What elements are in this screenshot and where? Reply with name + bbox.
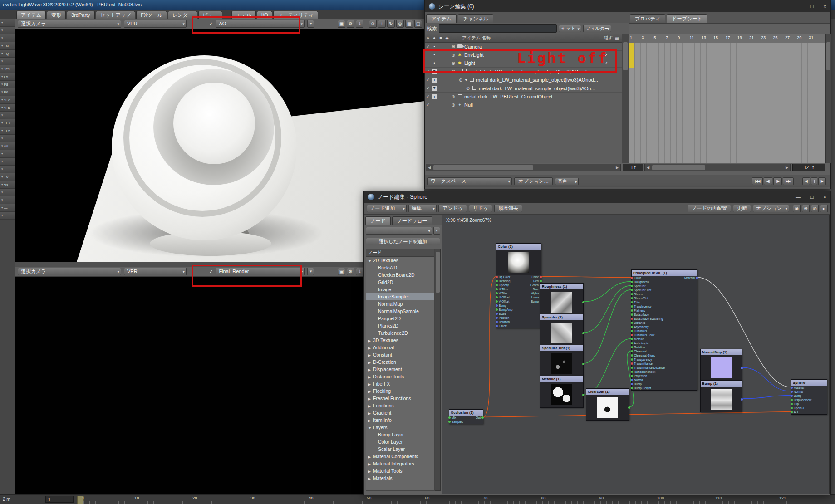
tree-group-2d-textures[interactable]: ▼2D Textures bbox=[366, 257, 434, 264]
expand-channels-icon[interactable]: ⊕ bbox=[450, 103, 457, 108]
left-toolbar-button[interactable]: ▾ bbox=[0, 27, 15, 34]
tree-item-imagesampler[interactable]: ImageSampler bbox=[366, 293, 434, 300]
tree-group-distance-tools[interactable]: ▶Distance Tools bbox=[366, 373, 434, 380]
item-list-vscrollbar[interactable] bbox=[622, 34, 629, 163]
node-title[interactable]: Specular (1) bbox=[540, 314, 583, 320]
maximize-icon[interactable]: ◱ bbox=[414, 20, 422, 28]
input-port[interactable]: Opacity bbox=[497, 283, 509, 287]
maximize-button[interactable]: □ bbox=[810, 4, 814, 9]
tree-group-fresnel-functions[interactable]: ▶Fresnel Functions bbox=[366, 395, 434, 402]
menu-tab-I/O[interactable]: I/O bbox=[257, 11, 273, 19]
input-port[interactable]: Clearcoat bbox=[633, 349, 647, 353]
visibility-cell[interactable]: • bbox=[431, 44, 437, 49]
output-port-dot[interactable] bbox=[582, 301, 584, 303]
node-wire[interactable] bbox=[584, 282, 631, 302]
start-frame-field[interactable]: 1 f bbox=[623, 164, 643, 171]
graph-node-metallic[interactable]: Metallic (1) bbox=[540, 376, 584, 408]
left-toolbar-button[interactable]: ▾ bbox=[0, 150, 15, 158]
input-port[interactable]: Clip bbox=[792, 402, 799, 406]
scene-item-row[interactable]: ✓T⊕metal dark_LW_PBRtest_GroundObject bbox=[425, 93, 622, 101]
left-toolbar-button[interactable]: ▾ bbox=[0, 58, 15, 65]
tree-item-planks2d[interactable]: Planks2D bbox=[366, 322, 434, 329]
node-title[interactable]: NormalMap (1) bbox=[701, 349, 742, 355]
input-port[interactable]: Metallic bbox=[633, 337, 644, 341]
visibility-cell[interactable]: T bbox=[431, 94, 437, 99]
current-frame-field[interactable]: 1 bbox=[45, 496, 74, 503]
left-toolbar-button[interactable]: ▾*N bbox=[0, 181, 15, 189]
undo-button[interactable]: アンドゥ bbox=[438, 205, 467, 212]
lock-column-header[interactable]: ■ bbox=[437, 36, 444, 40]
scrollbar-thumb[interactable] bbox=[652, 165, 705, 170]
end-frame-field[interactable]: 121 f bbox=[792, 164, 825, 171]
input-port[interactable]: Bump bbox=[497, 303, 506, 308]
transport-button[interactable]: ||▶ bbox=[773, 177, 782, 185]
dopesheet-hscrollbar[interactable]: ◀ ▶ bbox=[644, 164, 791, 171]
output-port[interactable]: Out bbox=[476, 416, 482, 420]
expand-icon[interactable]: ▸ bbox=[820, 205, 828, 212]
expand-channels-icon[interactable]: ⊕ bbox=[465, 86, 471, 91]
output-port[interactable]: Bump bbox=[531, 299, 540, 303]
graph-node-bsdf[interactable]: Principled BSDF (1)ColorMaterialRoughnes… bbox=[631, 269, 697, 391]
node-wire[interactable] bbox=[584, 339, 631, 395]
node-title[interactable]: Color (1) bbox=[496, 244, 541, 250]
snapshot-icon[interactable]: ▣ bbox=[338, 268, 345, 275]
expand-channels-icon[interactable]: ⊕ bbox=[450, 61, 457, 66]
tree-group-constant[interactable]: ▶Constant bbox=[366, 351, 434, 358]
input-port[interactable]: Roughness bbox=[633, 280, 649, 284]
preset-menu-button-bottom[interactable]: ▾ bbox=[307, 268, 314, 275]
node-title[interactable]: Metallic (1) bbox=[540, 376, 583, 382]
expand-tree-icon[interactable]: ▼ bbox=[457, 70, 461, 73]
clear-history-button[interactable]: 履歴消去 bbox=[494, 205, 522, 212]
export-icon[interactable]: ⇓ bbox=[356, 268, 363, 275]
graph-node-normalmap[interactable]: NormalMap (1) bbox=[700, 349, 742, 381]
export-icon[interactable]: ⇓ bbox=[356, 20, 363, 28]
minimize-button[interactable]: — bbox=[796, 4, 801, 9]
left-toolbar-button[interactable]: ▾ bbox=[0, 19, 15, 27]
tree-group-item-info[interactable]: ▶Item Info bbox=[366, 416, 434, 424]
graph-node-roughness[interactable]: Roughness (1) bbox=[540, 283, 584, 315]
preset-checkbox-top[interactable]: ✓ bbox=[209, 21, 213, 26]
redo-button[interactable]: リドゥ bbox=[469, 205, 492, 212]
pan-icon[interactable]: + bbox=[378, 20, 386, 28]
scrollbar-thumb[interactable] bbox=[826, 42, 830, 70]
options-select[interactable]: オプション bbox=[753, 205, 789, 212]
tree-group-displacement[interactable]: ▶Displacement bbox=[366, 366, 434, 373]
node-wire[interactable] bbox=[483, 277, 496, 417]
input-port[interactable]: Distance bbox=[633, 321, 645, 325]
left-toolbar-button[interactable]: ▾ bbox=[0, 34, 15, 42]
update-button[interactable]: 更新 bbox=[733, 205, 751, 212]
zoom-icon[interactable]: ◎ bbox=[396, 20, 404, 28]
tab-アイテム[interactable]: アイテム bbox=[426, 14, 457, 23]
input-port[interactable]: Bump bbox=[633, 382, 642, 386]
workspace-select[interactable]: ワークスペース bbox=[427, 177, 512, 185]
add-selected-node-button[interactable]: 選択したノードを追加 bbox=[366, 238, 440, 245]
tree-item-bricks2d[interactable]: Bricks2D bbox=[366, 264, 434, 271]
node-title[interactable]: Clearcoat (1) bbox=[586, 389, 629, 395]
output-port[interactable]: Blue bbox=[533, 287, 540, 291]
tree-group-additional[interactable]: ▶Additional bbox=[366, 344, 434, 351]
left-toolbar-button[interactable]: ▾ bbox=[0, 135, 15, 142]
reset-view-icon[interactable]: ⊘ bbox=[369, 20, 377, 28]
expand-channels-icon[interactable]: ⊕ bbox=[450, 94, 457, 99]
output-port[interactable]: Alpha bbox=[531, 291, 540, 295]
tree-item-normalmapsample[interactable]: NormalMapSample bbox=[366, 308, 434, 315]
tree-item-normalmap[interactable]: NormalMap bbox=[366, 300, 434, 308]
scrollbar-thumb[interactable] bbox=[433, 165, 533, 170]
viewport-bottom[interactable] bbox=[15, 277, 424, 494]
output-port[interactable]: Color bbox=[531, 275, 540, 279]
tree-item-color-layer[interactable]: Color Layer bbox=[366, 438, 434, 445]
input-port[interactable]: Subsurface bbox=[633, 313, 649, 317]
rearrange-nodes-button[interactable]: ノードの再配置 bbox=[688, 205, 731, 212]
visibility-cell[interactable]: T bbox=[431, 86, 437, 91]
input-port[interactable]: Bump bbox=[792, 394, 801, 398]
left-toolbar-button[interactable]: ▾^F2 bbox=[0, 96, 15, 104]
scene-item-row[interactable]: ✓⊕+Null bbox=[425, 101, 622, 109]
node-wire[interactable] bbox=[742, 396, 791, 399]
camera-select-top[interactable]: 選択カメラ bbox=[18, 20, 121, 28]
input-port[interactable]: OpenGL bbox=[792, 406, 805, 410]
menu-tab-FXツール[interactable]: FXツール bbox=[136, 11, 167, 19]
left-toolbar-button[interactable]: ▾ bbox=[0, 166, 15, 173]
graph-node-bump[interactable]: Bump (1) bbox=[700, 380, 742, 412]
input-port[interactable]: Thin bbox=[633, 300, 640, 304]
tree-group-materials[interactable]: ▶Materials bbox=[366, 475, 434, 482]
